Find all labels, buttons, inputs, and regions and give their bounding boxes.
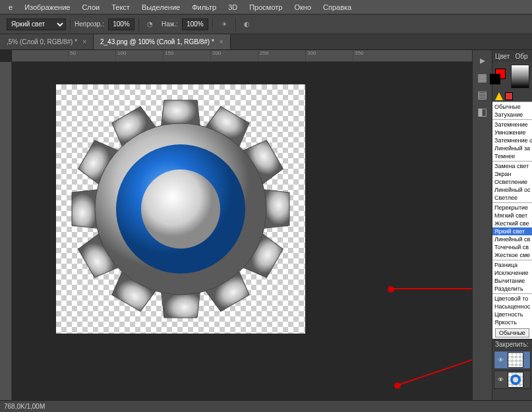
props-tab[interactable]: Обр <box>515 53 527 60</box>
lock-label: Закрепить: <box>492 339 532 349</box>
annotation-dot <box>394 382 401 389</box>
layer-row[interactable]: 👁 <box>494 370 531 389</box>
layers-panel: 👁 👁 <box>492 349 532 392</box>
canvas-area: 50 100 150 200 250 300 350 <box>0 50 472 400</box>
right-panels: Цвет Обр Обычные Затухание Затемнение Ум… <box>492 50 532 400</box>
doc-size-label: 768,0K/1,00M <box>4 403 45 410</box>
tab-label: ,5% (Слой 0, RGB/8#) * <box>7 38 77 45</box>
actions-panel-icon[interactable]: ▤ <box>475 87 490 102</box>
options-bar: Яркий свет Непрозр.: ◔ Наж.: ✈ ◐ <box>0 15 532 34</box>
background-swatch[interactable] <box>490 74 500 84</box>
pressure-opacity-icon[interactable]: ◔ <box>143 18 158 31</box>
last-color-swatch[interactable] <box>505 92 513 100</box>
menubar: е Изображение Слои Текст Выделение Фильт… <box>0 0 532 15</box>
properties-panel-icon[interactable]: ◧ <box>475 104 490 119</box>
menu-item[interactable]: Фильтр <box>186 3 222 11</box>
document-tabs: ,5% (Слой 0, RGB/8#) * × 2_43.png @ 100%… <box>0 34 532 50</box>
annotation-arrow <box>394 353 472 393</box>
opacity-label: Непрозр.: <box>74 20 104 28</box>
panel-toggle-icon[interactable]: ▸ <box>475 53 490 67</box>
color-panel-header[interactable]: Цвет Обр <box>492 50 532 62</box>
menu-item[interactable]: Выделение <box>136 3 186 11</box>
tab-label: 2_43.png @ 100% (Слой 1, RGB/8#) * <box>100 38 214 45</box>
status-bar: 768,0K/1,00M <box>0 400 532 412</box>
layer-thumbnail[interactable] <box>508 352 523 368</box>
flow-input[interactable] <box>182 18 208 30</box>
annotation-arrow <box>388 285 472 298</box>
color-tab[interactable]: Цвет <box>495 53 510 60</box>
blend-mode-list[interactable]: Обычные Затухание Затемнение Умножение З… <box>492 102 532 339</box>
menu-item[interactable]: е <box>3 3 18 11</box>
close-icon[interactable]: × <box>220 38 223 45</box>
history-panel-icon[interactable]: ▦ <box>475 70 490 84</box>
svg-point-12 <box>513 377 518 382</box>
collapsed-panel-strip: ▸ ▦ ▤ ◧ <box>472 50 492 400</box>
blend-normal-button[interactable]: Обычные <box>495 328 529 338</box>
gear-image <box>69 97 293 321</box>
menu-item[interactable]: Просмотр <box>243 3 288 11</box>
menu-item[interactable]: Окно <box>288 3 317 11</box>
blend-mode-select[interactable]: Яркий свет <box>7 18 66 30</box>
opacity-input[interactable] <box>108 18 134 30</box>
visibility-eye-icon[interactable]: 👁 <box>494 374 506 386</box>
menu-item[interactable]: 3D <box>222 3 243 11</box>
annotation-dot <box>388 286 394 293</box>
document-canvas[interactable] <box>56 84 305 334</box>
color-ramp[interactable] <box>511 65 529 88</box>
horizontal-ruler[interactable]: 50 100 150 200 250 300 350 <box>12 50 472 62</box>
gamut-warning-icon[interactable] <box>495 92 503 100</box>
menu-item[interactable]: Слои <box>76 3 105 11</box>
menu-item[interactable]: Справка <box>317 3 357 11</box>
svg-line-9 <box>398 357 472 385</box>
vertical-ruler[interactable] <box>0 62 12 400</box>
flow-label: Наж.: <box>162 20 178 28</box>
layer-thumbnail[interactable] <box>508 372 523 388</box>
document-tab[interactable]: ,5% (Слой 0, RGB/8#) * × <box>0 34 94 49</box>
close-icon[interactable]: × <box>82 38 86 45</box>
airbrush-icon[interactable]: ✈ <box>217 18 231 31</box>
document-tab[interactable]: 2_43.png @ 100% (Слой 1, RGB/8#) * × <box>94 34 231 49</box>
layer-row[interactable]: 👁 <box>494 351 531 369</box>
menu-item[interactable]: Текст <box>105 3 136 11</box>
menu-item[interactable]: Изображение <box>18 3 76 11</box>
pressure-size-icon[interactable]: ◐ <box>240 18 254 31</box>
visibility-eye-icon[interactable]: 👁 <box>494 354 506 366</box>
